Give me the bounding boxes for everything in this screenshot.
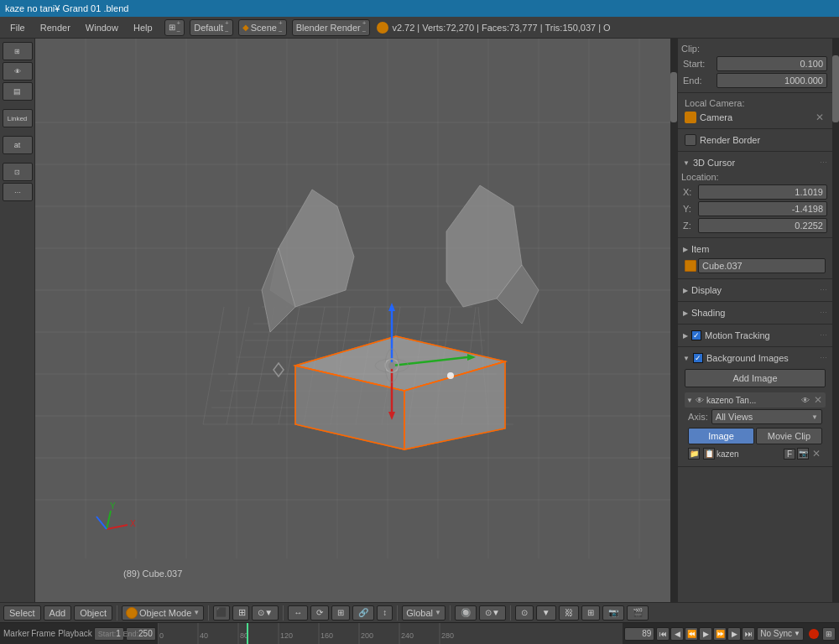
- menu-bar: File Render Window Help ⊞ +− Default +− …: [0, 17, 839, 39]
- entry-triangle[interactable]: ▼: [686, 397, 693, 404]
- cursor-y-input[interactable]: -1.4198: [698, 201, 827, 216]
- motion-tracking-header[interactable]: ▶ ✓ Motion Tracking ⋯: [681, 328, 829, 343]
- item-cube-icon: [685, 260, 696, 272]
- transform-btn2[interactable]: ⟳: [310, 605, 329, 621]
- tool-view[interactable]: 👁: [3, 62, 33, 80]
- timeline-ruler[interactable]: 0 40 80 120 160 200 240 280: [158, 623, 623, 645]
- file-action1[interactable]: 📷: [797, 448, 809, 460]
- clip-start-input[interactable]: 0.100: [717, 56, 827, 71]
- transform-orientation-dropdown[interactable]: Global ▼: [402, 605, 446, 621]
- tab-movie-clip[interactable]: Movie Clip: [756, 428, 822, 444]
- prev-frame-btn[interactable]: ◀: [670, 627, 684, 641]
- scene-dropdown[interactable]: ◆ Scene +−: [238, 19, 287, 36]
- shading-title: Shading: [691, 308, 725, 318]
- proportional-btn[interactable]: ⊙: [515, 605, 534, 621]
- viewport-scrollbar-thumb[interactable]: [670, 72, 677, 122]
- start-frame-input[interactable]: Start: 1: [94, 627, 124, 641]
- snap-magnet-btn[interactable]: 🔘: [455, 605, 477, 621]
- menu-render[interactable]: Render: [34, 21, 77, 34]
- proportional-dropdown[interactable]: ▼: [536, 605, 556, 621]
- jump-start-btn[interactable]: ⏮: [656, 627, 670, 641]
- file-icon[interactable]: 📁: [688, 448, 700, 460]
- pivot-btn[interactable]: ⊙▼: [252, 605, 279, 621]
- background-images-header[interactable]: ▼ ✓ Background Images ⋯: [681, 351, 829, 366]
- end-label: End:: [123, 630, 139, 638]
- tool-extra[interactable]: ⊡: [3, 163, 33, 181]
- editor-type-dropdown[interactable]: ⊞ +−: [164, 19, 185, 36]
- camera-icon: [685, 112, 696, 123]
- extras-btn3[interactable]: 📷: [602, 605, 624, 621]
- render-border-btn[interactable]: [685, 134, 696, 146]
- extras-btn1[interactable]: ⛓: [559, 605, 579, 621]
- entry-eye-icon[interactable]: 👁: [696, 396, 704, 405]
- tool-misc[interactable]: ⋯: [3, 183, 33, 201]
- marker-label: Marker: [3, 629, 29, 638]
- render-engine-dropdown[interactable]: Blender Render +−: [292, 19, 371, 36]
- object-btn[interactable]: Object: [74, 605, 112, 621]
- menu-help[interactable]: Help: [127, 21, 159, 34]
- svg-rect-0: [35, 39, 677, 602]
- frame-label: Frame: [31, 629, 56, 638]
- entry-remove-btn[interactable]: ✕: [812, 394, 824, 406]
- current-frame-input[interactable]: 89: [624, 627, 654, 641]
- entry-eye2[interactable]: 👁: [801, 396, 810, 405]
- transform-btn5[interactable]: ↕: [377, 605, 393, 621]
- jump-end-btn[interactable]: ⏭: [742, 627, 755, 641]
- cursor-z-input[interactable]: 0.2252: [698, 218, 827, 233]
- viewport-scrollbar[interactable]: [670, 39, 677, 602]
- item-header[interactable]: ▶ Item: [681, 242, 829, 257]
- background-images-checkbox[interactable]: ✓: [693, 353, 703, 363]
- file-remove-btn[interactable]: ✕: [810, 448, 822, 460]
- svg-text:120: 120: [280, 631, 293, 640]
- tool-mode[interactable]: ⊞: [3, 42, 33, 60]
- end-frame-input[interactable]: End: 250: [126, 627, 156, 641]
- clip-end-input[interactable]: 1000.000: [717, 73, 827, 88]
- sep2: [208, 605, 209, 621]
- file-icon2[interactable]: 📋: [703, 448, 715, 460]
- viewport-shading-btn[interactable]: ⬛: [213, 605, 230, 621]
- start-label: Start:: [98, 630, 117, 638]
- select-btn[interactable]: Select: [3, 605, 41, 621]
- add-btn[interactable]: Add: [44, 605, 72, 621]
- next-keyframe-btn[interactable]: ⏩: [713, 627, 727, 641]
- sync-dropdown[interactable]: No Sync ▼: [757, 627, 804, 641]
- main-scrollbar[interactable]: [832, 39, 839, 602]
- tool-layer[interactable]: ▤: [3, 82, 33, 101]
- transform-btn3[interactable]: ⊞: [331, 605, 350, 621]
- menu-window[interactable]: Window: [79, 21, 125, 34]
- viewport-overlay-btn[interactable]: ⊞: [232, 605, 249, 621]
- camera-remove-btn[interactable]: ✕: [814, 112, 826, 123]
- extras-btn2[interactable]: ⊞: [581, 605, 600, 621]
- transform-btn4[interactable]: 🔗: [352, 605, 374, 621]
- menu-file[interactable]: File: [3, 21, 32, 34]
- transform-btn1[interactable]: ↔: [288, 605, 308, 621]
- cursor-x-input[interactable]: 1.1019: [698, 184, 827, 200]
- item-name-input[interactable]: Cube.037: [698, 258, 826, 273]
- layout-dropdown[interactable]: Default +−: [190, 19, 233, 36]
- play-btn[interactable]: ▶: [699, 627, 712, 641]
- extras-btn4[interactable]: 🎬: [627, 605, 649, 621]
- display-header[interactable]: ▶ Display ⋯: [681, 283, 829, 298]
- shading-header[interactable]: ▶ Shading ⋯: [681, 305, 829, 320]
- object-mode-dropdown[interactable]: Object Mode ▼: [122, 605, 204, 621]
- main-scrollbar-thumb[interactable]: [832, 55, 839, 122]
- add-image-btn[interactable]: Add Image: [685, 369, 826, 387]
- axis-dropdown[interactable]: All Views ▼: [711, 409, 822, 424]
- extras-play-btn[interactable]: ⊞: [822, 627, 836, 641]
- tool-linked[interactable]: Linked: [3, 109, 33, 127]
- motion-tracking-checkbox[interactable]: ✓: [691, 330, 701, 340]
- svg-rect-70: [158, 623, 623, 645]
- cursor-3d-header[interactable]: ▼ 3D Cursor ⋯: [681, 155, 829, 170]
- bottom-toolbar: Select Add Object Object Mode ▼ ⬛ ⊞ ⊙▼ ↔…: [0, 602, 839, 622]
- tool-at[interactable]: at: [3, 136, 33, 154]
- axis-row: Axis: All Views ▼: [685, 408, 826, 426]
- tab-image[interactable]: Image: [688, 428, 754, 444]
- prev-keyframe-btn[interactable]: ⏪: [685, 627, 698, 641]
- snap-dropdown[interactable]: ⊙▼: [479, 605, 506, 621]
- main-layout: ⊞ 👁 ▤ Linked at ⊡ ⋯ User Ortho: [0, 39, 839, 602]
- sep6: [510, 605, 511, 621]
- viewport[interactable]: User Ortho: [35, 39, 677, 602]
- next-frame-btn[interactable]: ▶: [727, 627, 741, 641]
- record-btn[interactable]: [809, 629, 819, 639]
- title-text: kaze no tani¥ Grand 01 .blend: [5, 3, 128, 13]
